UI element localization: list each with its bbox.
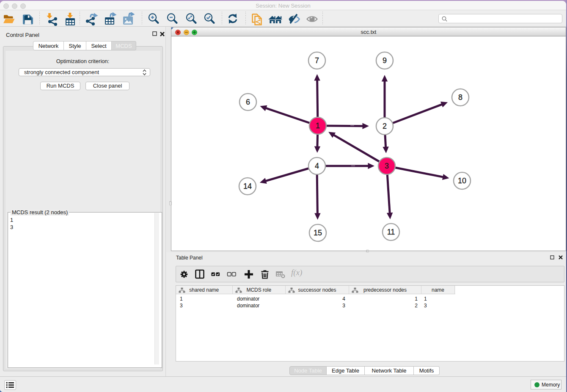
svg-text:2: 2	[383, 122, 387, 130]
svg-text:1: 1	[316, 121, 320, 130]
svg-text:9: 9	[383, 56, 387, 65]
svg-text:3: 3	[385, 162, 389, 170]
svg-text:11: 11	[387, 228, 395, 236]
svg-text:6: 6	[246, 98, 250, 106]
svg-text:4: 4	[315, 162, 319, 170]
svg-text:14: 14	[243, 182, 252, 190]
svg-text:7: 7	[315, 56, 319, 65]
svg-text:15: 15	[314, 229, 322, 237]
svg-text:8: 8	[458, 93, 462, 102]
svg-text:10: 10	[458, 177, 466, 185]
